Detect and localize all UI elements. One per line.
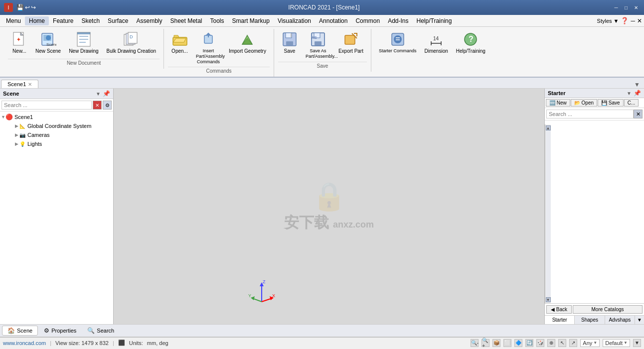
view-cube-icon[interactable]: 🎲 bbox=[536, 339, 544, 347]
new-scene-button[interactable]: Scene New Scene bbox=[32, 30, 64, 56]
snap-icon[interactable]: ⊕ bbox=[547, 339, 555, 347]
ribbon-close-icon[interactable]: ✕ bbox=[637, 17, 642, 24]
starter-back-button[interactable]: ◀ Back bbox=[546, 305, 572, 314]
menu-item-smartmarkup[interactable]: Smart Markup bbox=[228, 16, 274, 25]
pointer-icon[interactable]: ↗ bbox=[569, 339, 577, 347]
bottom-tab-properties[interactable]: ⚙ Properties bbox=[39, 326, 81, 335]
export-part-button[interactable]: Export Part bbox=[335, 30, 367, 56]
quickaccess-undo[interactable]: ↩ bbox=[25, 4, 30, 11]
menu-item-assembly[interactable]: Assembly bbox=[132, 16, 166, 25]
starter-new-button[interactable]: 🆕 New bbox=[546, 99, 570, 107]
menu-item-tools[interactable]: Tools bbox=[206, 16, 228, 25]
menu-item-home[interactable]: Home bbox=[25, 16, 49, 25]
menu-item-helptraining[interactable]: Help/Training bbox=[412, 16, 456, 25]
starter-save-button[interactable]: 💾 Save bbox=[598, 99, 624, 107]
bottom-tab-scene[interactable]: 🏠 Scene bbox=[2, 326, 38, 336]
tab-overflow-arrow[interactable]: ▼ bbox=[634, 81, 644, 88]
scene-search-options-button[interactable]: ⚙ bbox=[103, 101, 112, 110]
close-button[interactable]: ✕ bbox=[632, 4, 640, 11]
scene-tab-close[interactable]: ✕ bbox=[28, 82, 32, 87]
menu-item-surface[interactable]: Surface bbox=[104, 16, 132, 25]
tree-item-lights[interactable]: ▶ 💡 Lights bbox=[1, 139, 112, 148]
starter-search-input[interactable] bbox=[546, 110, 634, 118]
starter-tab-advshaps[interactable]: Advshaps bbox=[605, 316, 635, 324]
open-button[interactable]: Open... bbox=[168, 30, 191, 56]
starter-panel-arrow[interactable]: ▼ bbox=[627, 91, 632, 96]
starter-open-button[interactable]: 📂 Open bbox=[571, 99, 597, 107]
watermark: 🔒 安下载 anxz.com bbox=[284, 180, 374, 233]
menu-item-menu[interactable]: Menu bbox=[2, 16, 25, 25]
ironcad-url[interactable]: www.ironcad.com bbox=[3, 340, 46, 346]
styles-dropdown[interactable]: Styles ▼ bbox=[597, 18, 619, 24]
tree-expand-cameras[interactable]: ▶ bbox=[15, 132, 18, 137]
help-training-button[interactable]: ? Help/Training bbox=[453, 30, 489, 56]
tree-expand-coordinate[interactable]: ▶ bbox=[15, 123, 18, 128]
menu-item-feature[interactable]: Feature bbox=[49, 16, 77, 25]
starter-scrollbar[interactable]: ▲ ▼ bbox=[545, 124, 551, 303]
import-geometry-button[interactable]: Import Geometry bbox=[225, 30, 270, 56]
new-drawing-button[interactable]: New Drawing bbox=[65, 30, 102, 56]
status-extra-icon[interactable]: ▼ bbox=[633, 339, 641, 347]
shape-cut-extrude[interactable]: Cut Extrude bbox=[595, 122, 643, 124]
menu-item-sketch[interactable]: Sketch bbox=[77, 16, 104, 25]
starter-c-button[interactable]: C... bbox=[624, 99, 639, 107]
tree-expand-lights[interactable]: ▶ bbox=[15, 141, 18, 146]
ribbon-group-tools: Starter Commands 14 Dimension bbox=[371, 29, 493, 69]
quickaccess-redo[interactable]: ↪ bbox=[31, 4, 36, 11]
select-icon[interactable]: ↖ bbox=[558, 339, 566, 347]
starter-commands-button[interactable]: Starter Commands bbox=[375, 30, 420, 55]
starter-tab-extra[interactable]: ▼ bbox=[635, 316, 644, 324]
properties-tab-icon: ⚙ bbox=[44, 327, 49, 334]
svg-marker-43 bbox=[251, 296, 255, 300]
default-dropdown[interactable]: Default bbox=[603, 339, 630, 347]
starter-more-catalogs-button[interactable]: More Catalogs bbox=[573, 305, 643, 314]
bulk-drawing-button[interactable]: D Bulk Drawing Creation bbox=[103, 30, 160, 56]
scene-panel-pin[interactable]: 📌 bbox=[103, 90, 110, 97]
zoom-out-icon[interactable]: 🔍- bbox=[471, 339, 479, 347]
shape-extrude[interactable]: Extrude bbox=[547, 122, 594, 124]
tree-item-cameras[interactable]: ▶ 📷 Cameras bbox=[1, 130, 112, 139]
tree-item-scene1[interactable]: ▼ 🔴 Scene1 bbox=[1, 113, 112, 121]
maximize-button[interactable]: □ bbox=[622, 4, 630, 11]
bottom-tab-search[interactable]: 🔍 Search bbox=[82, 326, 119, 335]
starter-tab-starter[interactable]: Starter bbox=[545, 316, 575, 324]
starter-tab-shapes[interactable]: Shapes bbox=[575, 316, 605, 324]
ribbon-help-icon[interactable]: ❓ bbox=[621, 17, 629, 24]
starter-panel-pin[interactable]: 📌 bbox=[634, 90, 641, 97]
window-title: IRONCAD 2021 - [Scene1] bbox=[36, 4, 612, 11]
scene-panel: Scene ▼ 📌 ✕ ⚙ ▼ 🔴 Scene1 ▶ 📐 Global Coor… bbox=[0, 89, 114, 324]
quickaccess-save[interactable]: 💾 bbox=[16, 4, 24, 11]
menu-item-common[interactable]: Common bbox=[351, 16, 384, 25]
rotate-icon[interactable]: 🔄 bbox=[525, 339, 533, 347]
ribbon-content: ✦ New... Scene New Sce bbox=[0, 27, 644, 77]
minimize-button[interactable]: ─ bbox=[612, 4, 620, 11]
view-options-icon[interactable]: 📦 bbox=[492, 339, 500, 347]
any-dropdown[interactable]: Any bbox=[580, 339, 600, 347]
menu-item-visualization[interactable]: Visualization bbox=[274, 16, 315, 25]
starter-search-clear-button[interactable]: ✕ bbox=[634, 110, 643, 118]
ribbon-group-newdocument: ✦ New... Scene New Sce bbox=[4, 29, 164, 69]
zoom-in-icon[interactable]: 🔍+ bbox=[482, 339, 489, 347]
starter-tabs: Starter Shapes Advshaps ▼ bbox=[545, 315, 644, 324]
tree-expand-scene1[interactable]: ▼ bbox=[1, 115, 5, 119]
display-mode-icon[interactable]: ⬜ bbox=[503, 339, 511, 347]
save-button[interactable]: Save bbox=[278, 30, 301, 56]
scene-panel-arrow[interactable]: ▼ bbox=[96, 91, 101, 97]
units-label: Units: bbox=[129, 340, 143, 346]
scene-search-clear-button[interactable]: ✕ bbox=[93, 101, 102, 110]
ribbon-minimize-icon[interactable]: ─ bbox=[631, 17, 635, 24]
dimension-button[interactable]: 14 Dimension bbox=[421, 30, 452, 56]
insert-part-button[interactable]: Insert Part/Assembly Commands bbox=[192, 30, 224, 66]
save-as-button[interactable]: AS Save As Part/Assembly... bbox=[302, 30, 334, 61]
menu-item-addins[interactable]: Add-Ins bbox=[384, 16, 412, 25]
canvas-area[interactable]: 🔒 安下载 anxz.com Z X Y bbox=[114, 89, 544, 324]
svg-text:?: ? bbox=[469, 35, 474, 43]
tree-item-coordinate[interactable]: ▶ 📐 Global Coordinate System bbox=[1, 121, 112, 130]
menu-item-annotation[interactable]: Annotation bbox=[315, 16, 351, 25]
scene-search-input[interactable] bbox=[1, 101, 92, 110]
new-button[interactable]: ✦ New... bbox=[8, 30, 31, 56]
title-bar: I 💾 ↩ ↪ IRONCAD 2021 - [Scene1] ─ □ ✕ bbox=[0, 0, 644, 15]
menu-item-sheetmetal[interactable]: Sheet Metal bbox=[166, 16, 206, 25]
scene-tab[interactable]: Scene1 ✕ bbox=[1, 80, 38, 88]
render-icon[interactable]: 🔷 bbox=[514, 339, 522, 347]
